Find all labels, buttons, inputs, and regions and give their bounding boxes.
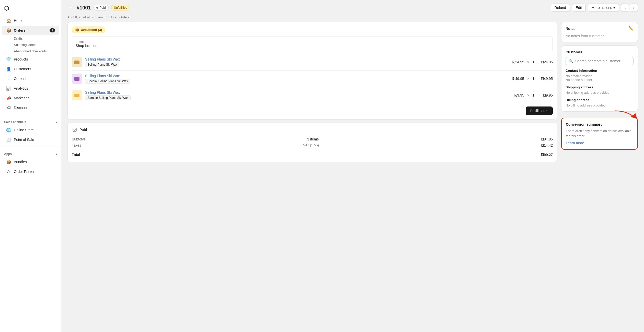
paid-label: Paid [100, 6, 106, 9]
sidebar-sub-drafts[interactable]: Drafts [2, 35, 59, 41]
more-actions-button[interactable]: More actions ▾ [588, 4, 619, 12]
sidebar-item-customers[interactable]: 👤 Customers [2, 64, 59, 74]
sidebar-item-home[interactable]: 🏠 Home [2, 16, 59, 25]
subtotal-row: Subtotal 3 items ₪84.85 [72, 136, 553, 142]
learn-more-link[interactable]: Learn more [566, 141, 584, 145]
sidebar-sub-abandoned[interactable]: Abandoned checkouts [2, 48, 59, 54]
unfulfilled-title-section: 📦 Unfulfilled (3) [72, 27, 105, 33]
online-store-icon: 🌐 [6, 127, 11, 133]
product-price-2: ₪49.95 × 1 ₪49.95 [512, 77, 553, 81]
total-row: Total ₪99.27 [72, 150, 553, 158]
topbar: ← #1001 Paid Unfulfilled Refund Edit Mor… [61, 0, 644, 15]
apps-label: Apps [4, 152, 12, 156]
unit-price-2: ₪49.95 [512, 77, 524, 81]
search-icon: 🔍 [569, 59, 573, 63]
nav-arrows: ‹ › [621, 4, 638, 12]
sidebar-item-label: Order Printer [14, 170, 34, 174]
sidebar-item-label: Home [14, 19, 23, 23]
product-link-3[interactable]: Selling Plans Ski Wax [85, 90, 511, 94]
svg-rect-1 [74, 77, 79, 81]
customer-search-input[interactable] [575, 59, 630, 63]
products-icon: 👕 [6, 57, 11, 62]
content-right: Notes ✏️ No notes from customer Customer… [561, 22, 638, 326]
product-link-1[interactable]: Selling Plans Ski Wax [85, 57, 509, 61]
product-info-1: Selling Plans Ski Wax Selling Plans Ski … [85, 57, 509, 67]
paid-icon [72, 127, 77, 133]
unfulfilled-more-button[interactable]: ··· [545, 26, 553, 33]
order-subtitle: April 8, 2024 at 5:05 am from Draft Orde… [61, 15, 644, 22]
printer-icon: 🖨 [6, 169, 11, 174]
sidebar-item-label: Analytics [14, 86, 28, 90]
shipping-label: Shipping labels [14, 43, 36, 47]
apps-section: Apps › [0, 149, 61, 157]
svg-rect-3 [73, 128, 76, 132]
sidebar-item-online-store[interactable]: 🌐 Online Store [2, 125, 59, 135]
bundles-icon: 📦 [6, 159, 11, 164]
sidebar-item-products[interactable]: 👕 Products [2, 55, 59, 64]
taxes-label: Taxes [72, 143, 81, 147]
product-row-3: Selling Plans Ski Wax Sample Selling Pla… [72, 87, 553, 103]
location-name: Shop location [76, 44, 549, 48]
notes-title: Notes [566, 27, 576, 31]
unfulfilled-badge-label: Unfulfilled (3) [81, 28, 102, 32]
total-price-3: ₪9.95 [537, 93, 553, 97]
taxes-value: ₪14.42 [541, 143, 553, 147]
no-shipping-text: No shipping address provided [566, 91, 634, 94]
fulfill-items-button[interactable]: Fulfill items [526, 106, 553, 115]
conversion-card: Conversion summary There aren't any conv… [561, 118, 638, 150]
qty-2: 1 [532, 77, 534, 81]
total-price-1: ₪24.95 [537, 60, 553, 64]
customer-header-row: Customer ··· [566, 50, 634, 54]
product-thumb-1 [72, 57, 82, 67]
sidebar-item-analytics[interactable]: 📊 Analytics [2, 84, 59, 93]
main-content: ← #1001 Paid Unfulfilled Refund Edit Mor… [61, 0, 644, 332]
paid-badge: Paid [94, 5, 109, 10]
subtotal-items: 3 items [307, 137, 319, 141]
subtotal-label: Subtotal [72, 137, 85, 141]
unfulfilled-card: 📦 Unfulfilled (3) ··· Location Shop loca… [67, 22, 557, 120]
sidebar-item-orders[interactable]: 📦 Orders 1 [2, 26, 59, 35]
total-price-2: ₪49.95 [537, 77, 553, 81]
sidebar-item-pos[interactable]: 🧾 Point of Sale [2, 135, 59, 144]
sidebar-item-label: Products [14, 57, 28, 61]
customer-more-icon[interactable]: ··· [630, 50, 634, 54]
refund-button[interactable]: Refund [551, 4, 570, 12]
total-label: Total [72, 153, 80, 157]
sidebar-item-order-printer[interactable]: 🖨 Order Printer [2, 167, 59, 176]
nav-prev-button[interactable]: ‹ [621, 4, 629, 12]
sidebar-sub-shipping[interactable]: Shipping labels [2, 42, 59, 48]
sidebar-item-bundles[interactable]: 📦 Bundles [2, 157, 59, 167]
product-tag-2: Special Selling Plans Ski Wax [85, 79, 130, 84]
product-price-3: ₪9.95 × 1 ₪9.95 [514, 93, 553, 97]
notes-edit-icon[interactable]: ✏️ [628, 26, 634, 31]
nav-next-button[interactable]: › [630, 4, 638, 12]
sidebar-item-discounts[interactable]: 🏷 Discounts [2, 103, 59, 112]
paid-dot [96, 7, 98, 9]
sidebar-item-content[interactable]: 🖥 Content [2, 74, 59, 83]
sidebar-item-label: Point of Sale [14, 138, 34, 142]
product-link-2[interactable]: Selling Plans Ski Wax [85, 74, 509, 78]
back-button[interactable]: ← [67, 4, 74, 11]
conversion-title: Conversion summary [566, 122, 633, 126]
notes-header: Notes ✏️ [566, 26, 634, 31]
product-thumb-2 [72, 74, 82, 84]
unit-price-3: ₪9.95 [514, 93, 524, 97]
svg-rect-0 [74, 61, 79, 64]
product-info-2: Selling Plans Ski Wax Special Selling Pl… [85, 74, 509, 84]
chevron-down-icon: ▾ [613, 6, 615, 10]
notes-text: No notes from customer [566, 34, 604, 38]
sidebar-item-marketing[interactable]: 📣 Marketing [2, 93, 59, 103]
no-email-text: No email provided [566, 74, 634, 78]
drafts-label: Drafts [14, 37, 23, 40]
contact-info-title: Contact information [566, 69, 634, 73]
sidebar-item-label: Discounts [14, 106, 29, 110]
topbar-left: ← #1001 Paid Unfulfilled [67, 4, 548, 11]
edit-button[interactable]: Edit [572, 4, 586, 12]
product-tag-3: Sample Selling Plans Ski Wax [85, 95, 131, 100]
product-row-2: Selling Plans Ski Wax Special Selling Pl… [72, 70, 553, 87]
sidebar-divider-2 [0, 147, 61, 147]
customer-search-box[interactable]: 🔍 [566, 57, 634, 65]
paid-section-label: Paid [79, 128, 87, 132]
pos-icon: 🧾 [6, 137, 11, 142]
sidebar-item-label: Orders [14, 28, 26, 32]
